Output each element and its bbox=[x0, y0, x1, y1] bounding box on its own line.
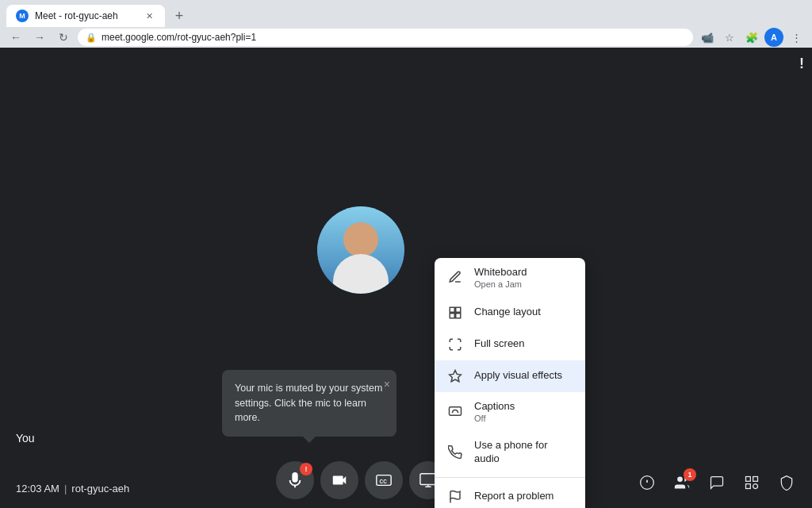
menu-item-visual-effects[interactable]: Apply visual effects bbox=[435, 360, 585, 392]
lock-icon: 🔒 bbox=[86, 33, 97, 43]
context-menu: Whiteboard Open a Jam Change layout Full… bbox=[435, 258, 585, 508]
whiteboard-icon bbox=[447, 269, 463, 285]
camera-button[interactable] bbox=[320, 461, 358, 499]
extension-button[interactable]: 🧩 bbox=[742, 28, 761, 47]
svg-text:CC: CC bbox=[380, 479, 388, 484]
menu-item-change-layout[interactable]: Change layout bbox=[435, 297, 585, 329]
toast-arrow bbox=[303, 437, 316, 443]
visual-effects-icon bbox=[447, 368, 463, 384]
svg-rect-22 bbox=[746, 477, 751, 482]
url-text: meet.google.com/rot-gyuc-aeh?pli=1 bbox=[102, 32, 256, 43]
participant-video bbox=[317, 206, 404, 294]
mic-button[interactable]: ! bbox=[276, 461, 314, 499]
menu-item-whiteboard[interactable]: Whiteboard Open a Jam bbox=[435, 258, 585, 297]
back-button[interactable]: ← bbox=[6, 28, 25, 47]
svg-rect-23 bbox=[753, 477, 758, 482]
tab-title: Meet - rot-gyuc-aeh bbox=[35, 10, 136, 21]
chat-button[interactable] bbox=[701, 467, 733, 498]
svg-point-25 bbox=[753, 484, 758, 489]
whiteboard-label: Whiteboard bbox=[474, 266, 573, 279]
mic-badge: ! bbox=[300, 463, 312, 475]
tab-favicon: M bbox=[16, 10, 29, 22]
menu-item-phone-audio[interactable]: Use a phone for audio bbox=[435, 431, 585, 474]
menu-item-fullscreen[interactable]: Full screen bbox=[435, 329, 585, 360]
browser-actions: 📹 ☆ 🧩 A ⋮ bbox=[698, 28, 806, 47]
tab-close-button[interactable]: ✕ bbox=[143, 10, 155, 22]
meet-area: Whiteboard Open a Jam Change layout Full… bbox=[0, 48, 812, 508]
people-button[interactable]: 1 bbox=[666, 467, 698, 498]
whiteboard-sublabel: Open a Jam bbox=[474, 279, 573, 289]
menu-item-captions[interactable]: Captions Off bbox=[435, 392, 585, 431]
menu-divider-1 bbox=[435, 477, 585, 478]
tab-bar: M Meet - rot-gyuc-aeh ✕ + bbox=[0, 0, 812, 27]
report-problem-label: Report a problem bbox=[474, 490, 573, 503]
right-toolbar: 1 bbox=[631, 467, 802, 498]
svg-rect-0 bbox=[450, 307, 454, 312]
profile-button[interactable]: A bbox=[764, 28, 783, 47]
forward-button[interactable]: → bbox=[30, 28, 49, 47]
toast-message: Your mic is muted by your system setting… bbox=[235, 383, 382, 424]
menu-button[interactable]: ⋮ bbox=[787, 28, 806, 47]
fullscreen-icon bbox=[447, 337, 463, 352]
fullscreen-label: Full screen bbox=[474, 337, 573, 351]
browser-chrome: M Meet - rot-gyuc-aeh ✕ + ← → ↻ 🔒 meet.g… bbox=[0, 0, 812, 48]
captions-sublabel: Off bbox=[474, 414, 573, 423]
svg-rect-3 bbox=[456, 314, 461, 318]
info-button[interactable] bbox=[631, 467, 663, 498]
captions-button[interactable]: CC bbox=[365, 461, 403, 499]
svg-marker-4 bbox=[450, 370, 462, 381]
url-bar[interactable]: 🔒 meet.google.com/rot-gyuc-aeh?pli=1 bbox=[78, 29, 693, 46]
activities-button[interactable] bbox=[736, 467, 768, 498]
svg-rect-1 bbox=[456, 307, 461, 312]
people-badge: 1 bbox=[684, 468, 696, 481]
active-tab[interactable]: M Meet - rot-gyuc-aeh ✕ bbox=[6, 5, 165, 27]
svg-rect-2 bbox=[450, 314, 454, 318]
menu-item-report-problem[interactable]: Report a problem bbox=[435, 481, 585, 508]
notification-icon[interactable]: ! bbox=[799, 56, 804, 72]
reload-button[interactable]: ↻ bbox=[54, 28, 73, 47]
svg-rect-24 bbox=[746, 484, 751, 489]
mic-muted-toast: × Your mic is muted by your system setti… bbox=[222, 370, 396, 437]
security-button[interactable] bbox=[771, 467, 802, 498]
phone-audio-label: Use a phone for audio bbox=[474, 439, 573, 466]
report-problem-icon bbox=[447, 489, 463, 505]
captions-label: Captions bbox=[474, 400, 573, 414]
toast-close-button[interactable]: × bbox=[384, 376, 390, 393]
change-layout-icon bbox=[447, 305, 463, 321]
visual-effects-label: Apply visual effects bbox=[474, 369, 573, 383]
avatar bbox=[317, 206, 404, 294]
phone-audio-icon bbox=[447, 444, 463, 460]
new-tab-button[interactable]: + bbox=[168, 5, 190, 27]
bookmark-button[interactable]: ☆ bbox=[720, 28, 739, 47]
participant-name-label: You bbox=[16, 432, 35, 444]
change-layout-label: Change layout bbox=[474, 306, 573, 319]
cast-button[interactable]: 📹 bbox=[698, 28, 717, 47]
address-bar: ← → ↻ 🔒 meet.google.com/rot-gyuc-aeh?pli… bbox=[0, 27, 812, 48]
captions-icon bbox=[447, 403, 463, 419]
svg-rect-5 bbox=[450, 407, 462, 416]
